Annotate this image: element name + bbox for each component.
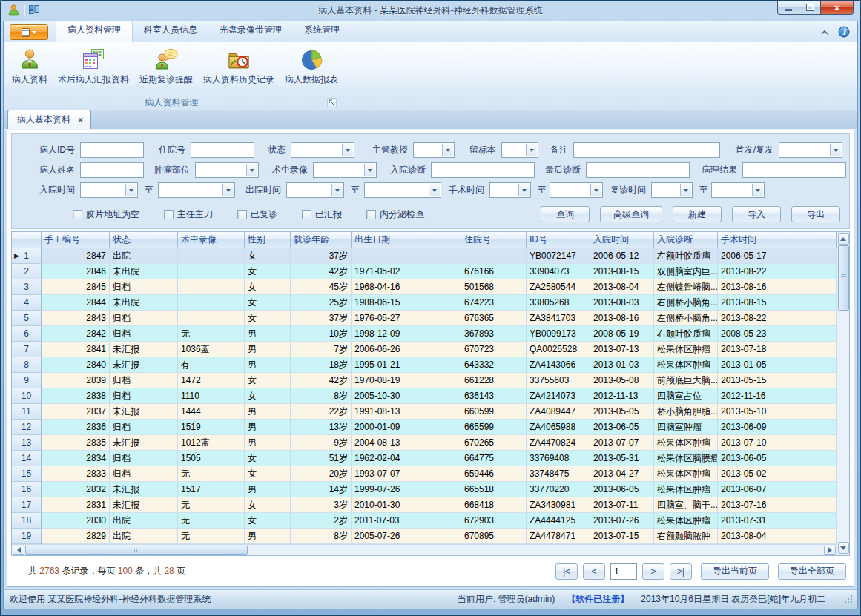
- table-row[interactable]: 62842归档无男10岁1998-12-09367893YB0099173200…: [12, 326, 837, 342]
- info-icon[interactable]: i: [838, 26, 850, 40]
- row-indicator[interactable]: 11: [12, 404, 42, 420]
- col-manual-no[interactable]: 手工编号: [42, 232, 110, 248]
- col-gender[interactable]: 性别: [245, 232, 291, 248]
- table-row[interactable]: 72841未汇报1036蓝男7岁2006-06-26670723QA002552…: [12, 342, 837, 357]
- export-current-page-button[interactable]: 导出当前页: [701, 563, 769, 580]
- table-row[interactable]: 182830出院无女2岁2011-07-03672903ZA4444125201…: [12, 513, 837, 529]
- surgery-date-from-select[interactable]: [489, 182, 531, 198]
- export-button[interactable]: 导出: [791, 206, 840, 222]
- chevron-down-icon[interactable]: [518, 184, 530, 196]
- vertical-scrollbar[interactable]: [837, 232, 849, 555]
- row-indicator[interactable]: 19: [12, 529, 42, 544]
- film-address-empty-checkbox[interactable]: 胶片地址为空: [73, 208, 139, 221]
- row-indicator[interactable]: 14: [12, 451, 42, 466]
- col-birth-date[interactable]: 出生日期: [352, 232, 461, 248]
- new-button[interactable]: 新建: [673, 206, 722, 222]
- col-admission-date[interactable]: 入院时间: [590, 232, 654, 248]
- row-indicator[interactable]: 3: [12, 279, 42, 295]
- row-indicator[interactable]: 4: [12, 295, 42, 311]
- table-row[interactable]: 22846未出院女42岁1971-05-02676166339040732013…: [12, 264, 837, 279]
- resize-grip-icon[interactable]: [845, 595, 853, 605]
- scroll-right-icon[interactable]: [824, 546, 836, 555]
- export-all-pages-button[interactable]: 导出全部页: [778, 563, 846, 580]
- col-id-no[interactable]: ID号: [527, 232, 590, 248]
- row-indicator[interactable]: 2: [12, 264, 42, 279]
- horizontal-scrollbar[interactable]: [12, 544, 837, 555]
- first-recurrence-select[interactable]: [779, 142, 842, 158]
- row-indicator-header[interactable]: [12, 232, 42, 248]
- discharge-date-from-select[interactable]: [286, 182, 344, 198]
- close-tab-icon[interactable]: ×: [78, 116, 83, 124]
- patient-id-input[interactable]: [80, 142, 144, 158]
- maximize-button[interactable]: [799, 1, 820, 15]
- followup-date-from-select[interactable]: [651, 182, 693, 198]
- data-report-button[interactable]: 病人数据报表: [280, 44, 343, 87]
- col-admission-diagnosis[interactable]: 入院诊断: [654, 232, 718, 248]
- ribbon-tab-disc-video-management[interactable]: 光盘录像带管理: [208, 21, 293, 42]
- close-button[interactable]: ×: [820, 1, 854, 15]
- professor-select[interactable]: [413, 142, 455, 158]
- chevron-down-icon[interactable]: [222, 184, 234, 196]
- app-menu-button[interactable]: [10, 24, 48, 40]
- collapse-ribbon-icon[interactable]: [820, 28, 829, 39]
- endocrine-exam-checkbox[interactable]: 内分泌检查: [366, 208, 424, 221]
- admission-no-input[interactable]: [191, 142, 254, 158]
- row-indicator[interactable]: 16: [12, 482, 42, 497]
- table-row[interactable]: 152833归档无女20岁1993-07-0765944633748475201…: [12, 466, 837, 482]
- chevron-down-icon[interactable]: [246, 164, 257, 176]
- pathology-result-input[interactable]: [742, 162, 846, 178]
- ribbon-tab-system-management[interactable]: 系统管理: [293, 21, 351, 42]
- chief-surgeon-checkbox[interactable]: 主任主刀: [164, 208, 213, 221]
- admission-date-from-select[interactable]: [80, 182, 138, 198]
- intraop-video-select[interactable]: [313, 162, 377, 178]
- scroll-down-icon[interactable]: [838, 542, 849, 554]
- table-row[interactable]: 42844未出院女25岁1988-06-15674223338052682013…: [12, 295, 837, 311]
- table-row[interactable]: 102838归档1110女8岁2005-10-30636143ZA4214073…: [12, 388, 837, 404]
- col-age[interactable]: 就诊年龄: [291, 232, 352, 248]
- chevron-down-icon[interactable]: [342, 144, 353, 156]
- patient-name-input[interactable]: [80, 162, 144, 178]
- table-row[interactable]: 52843归档女37岁1976-05-27676365ZA38417032013…: [12, 311, 837, 326]
- scroll-up-icon[interactable]: [838, 233, 849, 245]
- chevron-down-icon[interactable]: [830, 144, 841, 156]
- postop-report-button[interactable]: 术后病人汇报资料: [53, 44, 134, 87]
- discharge-date-to-select[interactable]: [364, 182, 441, 198]
- row-indicator[interactable]: 7: [12, 342, 42, 357]
- table-row[interactable]: 92839归档1472女42岁1970-08-19661228337556032…: [12, 373, 837, 388]
- col-surgery-date[interactable]: 手术时间: [718, 232, 837, 248]
- query-button[interactable]: 查询: [541, 206, 590, 222]
- table-row[interactable]: 32845归档女45岁1968-04-16501568ZA25805442013…: [12, 279, 837, 295]
- chevron-down-icon[interactable]: [125, 184, 136, 196]
- row-indicator[interactable]: 17: [12, 497, 42, 513]
- advanced-query-button[interactable]: 高级查询: [600, 206, 662, 222]
- row-indicator[interactable]: 12: [12, 420, 42, 435]
- col-status[interactable]: 状态: [110, 232, 178, 248]
- row-indicator[interactable]: 8: [12, 357, 42, 373]
- import-button[interactable]: 导入: [732, 206, 781, 222]
- next-page-button[interactable]: >: [642, 563, 664, 580]
- tumor-site-select[interactable]: [195, 162, 259, 178]
- status-select[interactable]: [291, 142, 354, 158]
- remark-input[interactable]: [573, 142, 720, 158]
- table-row[interactable]: 112837未汇报1444男22岁1991-08-13660599ZA40894…: [12, 404, 837, 420]
- table-row[interactable]: 162832未汇报1517男14岁1999-07-266655183377022…: [12, 482, 837, 497]
- document-tab-patient-basic-data[interactable]: 病人基本资料×: [7, 110, 91, 129]
- table-row[interactable]: 172831未汇报无女3岁2010-01-30668418ZA343098120…: [12, 497, 837, 513]
- col-intraop-video[interactable]: 术中录像: [178, 232, 245, 248]
- table-row[interactable]: 82840未汇报有男18岁1995-01-21643332ZA414306620…: [12, 357, 837, 373]
- page-number-input[interactable]: [610, 563, 637, 580]
- row-indicator[interactable]: 15: [12, 466, 42, 482]
- ribbon-tab-patient-data-management[interactable]: 病人资料管理: [56, 21, 133, 42]
- chevron-down-icon[interactable]: [429, 184, 440, 196]
- chevron-down-icon[interactable]: [590, 184, 601, 196]
- ribbon-tab-department-staff[interactable]: 科室人员信息: [133, 21, 208, 42]
- row-indicator[interactable]: 9: [12, 373, 42, 388]
- table-row[interactable]: 122836归档1519男13岁2000-01-09665599ZA406598…: [12, 420, 837, 435]
- chevron-down-icon[interactable]: [752, 184, 763, 196]
- layout-icon[interactable]: [28, 4, 40, 18]
- row-indicator[interactable]: 10: [12, 388, 42, 404]
- prev-page-button[interactable]: <: [583, 563, 605, 580]
- first-page-button[interactable]: |<: [555, 563, 578, 580]
- minimize-button[interactable]: [777, 1, 799, 15]
- vertical-scrollbar-thumb[interactable]: [838, 245, 849, 311]
